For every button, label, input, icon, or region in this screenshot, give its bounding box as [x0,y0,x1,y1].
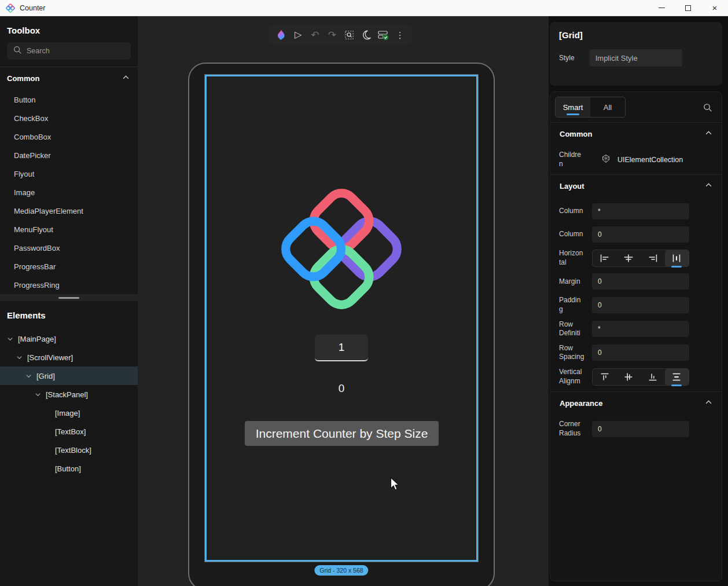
toolbox-item-combobox[interactable]: ComboBox [0,127,138,146]
property-input[interactable]: 0 [592,297,689,313]
app-logo-icon [6,3,15,13]
style-row: Style Implicit Style [559,49,713,67]
prop-row-margin: Margin0 [550,273,722,290]
chevron-down-icon[interactable] [25,373,32,379]
prop-row-row-spacing: Row Spacing0 [550,344,722,362]
chevron-up-icon[interactable] [705,398,712,408]
toolbox-title: Toolbox [0,16,138,42]
tree-item-label: [ScrollViewer] [27,353,73,362]
section-header-common[interactable]: Common [550,123,722,145]
style-input[interactable]: Implicit Style [590,49,682,67]
design-canvas-grid[interactable]: 1 0 Increment Counter by Step Size Grid … [205,75,478,562]
align-h-option-1-button[interactable] [617,250,641,266]
maximize-button[interactable] [675,0,701,16]
toolbox-section-label: Common [7,74,39,83]
chevron-up-icon[interactable] [705,181,712,191]
style-label: Style [559,54,575,62]
close-button[interactable]: × [701,0,728,16]
design-workspace[interactable]: ▷↶↷⋮ 1 0 Increment Counter by Step Si [138,16,549,586]
tree-item-mainpage[interactable]: [MainPage] [0,329,138,348]
redo-icon[interactable]: ↷ [325,27,340,42]
property-input[interactable]: 0 [592,273,689,290]
minimize-button[interactable] [648,0,675,16]
chevron-down-icon[interactable] [7,336,13,342]
toolbox-item-flyout[interactable]: Flyout [0,164,138,183]
window-controls: × [648,0,728,16]
property-input[interactable]: * [592,321,689,337]
section-header-layout[interactable]: Layout [550,175,722,197]
more-options-icon[interactable]: ⋮ [392,27,407,42]
tree-item-textblock[interactable]: [TextBlock] [0,441,138,459]
property-label: Row Spacing [559,344,584,362]
tree-item-textbox[interactable]: [TextBox] [0,422,138,441]
object-type-label: UIElementCollection [617,156,683,164]
chevron-up-icon[interactable] [122,73,130,83]
toolbox-item-passwordbox[interactable]: PasswordBox [0,239,138,257]
app-logo-image[interactable] [277,184,406,314]
toolbox-item-progressbar[interactable]: ProgressBar [0,257,138,276]
counter-value-text[interactable]: 0 [207,382,476,395]
tree-item-button[interactable]: [Button] [0,459,138,478]
undo-icon[interactable]: ↶ [307,27,322,42]
properties-inspector: [Grid] Style Implicit Style SmartAll Com… [549,16,728,586]
align-v-option-1-button[interactable] [617,369,641,385]
toolbox-search-input[interactable]: Search [7,42,131,60]
chevron-up-icon[interactable] [705,129,712,139]
theme-toggle-moon-icon[interactable] [359,27,374,42]
toolbox-item-button[interactable]: Button [0,90,138,109]
property-label: Padding [559,296,584,314]
elements-tree: [MainPage][ScrollViewer][Grid][StackPane… [0,327,138,478]
splitter-handle[interactable] [58,297,79,299]
tab-smart[interactable]: Smart [556,97,590,117]
toolbox-item-image[interactable]: Image [0,183,138,202]
inspector-sections: CommonChildrenUIElementCollectionLayoutC… [550,123,722,438]
toolbox-item-menuflyout[interactable]: MenuFlyout [0,220,138,239]
chevron-down-icon[interactable] [35,391,41,398]
tree-item-grid[interactable]: [Grid] [0,367,138,385]
property-input[interactable]: * [592,203,689,219]
active-tab-indicator [567,113,579,116]
play-icon[interactable]: ▷ [291,27,306,42]
sidebar-splitter[interactable] [0,294,138,301]
hot-design-flame-icon[interactable] [274,27,289,42]
prop-row-children: ChildrenUIElementCollection [550,151,722,169]
chevron-down-icon[interactable] [16,354,23,361]
align-v-option-2-button[interactable] [641,369,665,385]
mouse-cursor [390,477,400,493]
search-icon [13,45,22,57]
property-input[interactable]: 0 [592,421,689,437]
step-size-textbox[interactable]: 1 [315,335,368,361]
tree-item-scrollviewer[interactable]: [ScrollViewer] [0,348,138,367]
align-v-option-3-button[interactable] [665,369,689,385]
align-v-option-0-button[interactable] [593,369,617,385]
property-input[interactable]: 0 [592,226,689,243]
selected-element-card: [Grid] Style Implicit Style [550,22,722,86]
zoom-region-icon[interactable] [341,27,356,42]
tree-item-stackpanel[interactable]: [StackPanel] [0,385,138,404]
property-label: Row Definiti [559,320,584,338]
inspector-tabs-row: SmartAll [550,92,722,122]
align-h-option-2-button[interactable] [641,250,665,266]
toolbox-item-checkbox[interactable]: CheckBox [0,109,138,127]
increment-counter-button[interactable]: Increment Counter by Step Size [245,421,439,446]
prop-row-row-definiti: Row Definiti* [550,320,722,338]
toolbox-item-mediaplayerelement[interactable]: MediaPlayerElement [0,202,138,220]
align-h-option-3-button[interactable] [665,250,689,266]
toolbox-item-progressring[interactable]: ProgressRing [0,276,138,294]
toolbox-item-datepicker[interactable]: DatePicker [0,146,138,164]
prop-row-padding: Padding0 [550,296,722,314]
prop-row-column: Column0 [550,226,722,243]
app-shell: Toolbox Search Common ButtonCheckBoxComb… [0,16,728,586]
toolbox-section-common[interactable]: Common [0,67,138,88]
property-input[interactable]: 0 [592,345,689,361]
window-title: Counter [20,4,45,12]
property-label: Corner Radius [559,420,584,438]
align-h-option-0-button[interactable] [593,250,617,266]
tree-item-label: [StackPanel] [46,390,88,399]
section-header-appearance[interactable]: Appearance [550,392,722,414]
properties-search-icon[interactable] [703,102,712,112]
tab-all[interactable]: All [590,97,625,117]
connection-status-icon[interactable] [376,27,391,42]
tree-item-image[interactable]: [Image] [0,404,138,422]
property-label: Children [559,151,584,169]
